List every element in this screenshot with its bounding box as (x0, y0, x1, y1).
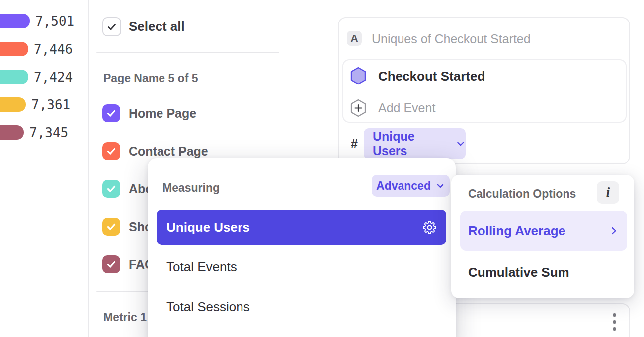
bar-value: 7,361 (31, 97, 70, 112)
checkmark-icon (105, 183, 117, 195)
metric-footer-label: Metric 1 (103, 310, 147, 324)
left-panel-divider (88, 0, 89, 337)
event-name[interactable]: Checkout Started (378, 68, 485, 84)
checkbox-shop[interactable] (102, 218, 120, 236)
menu-item-cumulative-sum[interactable]: Cumulative Sum (468, 264, 569, 280)
bar-segment (0, 97, 26, 112)
checkbox-contact-page[interactable] (102, 142, 120, 160)
count-symbol: # (351, 136, 358, 152)
menu-item-label: Rolling Average (468, 223, 565, 239)
group-label: Page Name 5 of 5 (103, 71, 198, 85)
checkmark-icon (105, 258, 117, 270)
calculation-options-title: Calculation Options (468, 187, 576, 201)
kebab-menu-icon[interactable] (612, 313, 616, 331)
checkbox-label[interactable]: Home Page (129, 104, 196, 122)
select-all-label: Select all (129, 17, 185, 35)
add-event-icon[interactable] (350, 99, 367, 117)
event-list-card: Checkout Started Add Event (342, 59, 627, 123)
metric-type-button[interactable]: Unique Users (364, 128, 466, 159)
bar-value: 7,446 (34, 42, 73, 57)
menu-item-unique-users[interactable]: Unique Users (157, 210, 446, 245)
divider (96, 52, 279, 53)
advanced-mode-button[interactable]: Advanced (372, 175, 450, 197)
checkmark-icon (106, 21, 118, 33)
advanced-mode-label: Advanced (376, 179, 431, 193)
measuring-title: Measuring (162, 181, 220, 195)
measuring-menu: Measuring Advanced Unique Users Total Ev… (148, 158, 456, 337)
menu-item-rolling-average[interactable]: Rolling Average (460, 211, 627, 251)
analytics-screen: 7,501 7,446 7,424 7,361 7,345 Select all… (0, 0, 644, 337)
bar-value: 7,424 (34, 70, 73, 84)
bar-segment (0, 42, 28, 56)
checkmark-icon (105, 145, 117, 157)
query-builder-card: A Uniques of Checkout Started Checkout S… (338, 17, 630, 164)
series-a-badge: A (347, 31, 362, 46)
bar-value: 7,345 (29, 125, 68, 140)
chevron-down-icon (435, 181, 445, 191)
chevron-down-icon (455, 138, 466, 149)
info-glyph: i (606, 185, 610, 200)
select-all-checkbox[interactable] (102, 17, 121, 36)
chevron-right-icon (608, 225, 619, 236)
checkmark-icon (105, 221, 117, 233)
checkbox-home-page[interactable] (102, 104, 120, 122)
menu-item-label: Unique Users (166, 220, 250, 235)
metric-type-label: Unique Users (373, 129, 451, 158)
info-icon[interactable]: i (597, 181, 619, 204)
bar-value: 7,501 (35, 14, 74, 29)
menu-item-total-events[interactable]: Total Events (166, 259, 237, 275)
gear-icon[interactable] (423, 221, 436, 234)
metric-title-input[interactable]: Uniques of Checkout Started (372, 31, 531, 46)
bar-segment (0, 70, 28, 84)
bar-segment (0, 14, 30, 28)
checkbox-label[interactable]: Contact Page (129, 142, 208, 160)
add-event-label[interactable]: Add Event (378, 100, 435, 115)
menu-item-total-sessions[interactable]: Total Sessions (166, 299, 250, 315)
checkbox-faq[interactable] (102, 255, 120, 273)
checkmark-icon (105, 107, 117, 119)
bar-segment (0, 125, 24, 140)
checkbox-about[interactable] (102, 180, 120, 198)
calculation-options-menu: Calculation Options i Rolling Average Cu… (451, 175, 634, 298)
event-hexagon-icon (350, 67, 367, 85)
